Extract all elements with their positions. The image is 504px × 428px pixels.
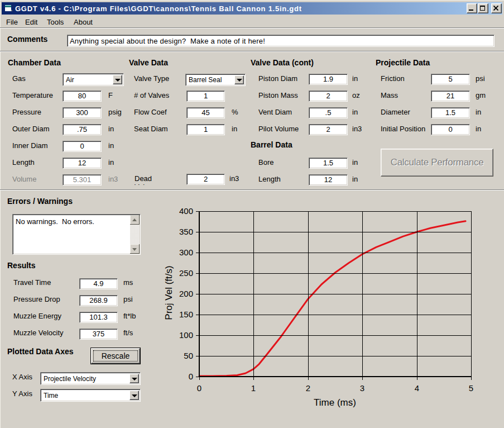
svg-text:0: 0 (197, 383, 201, 393)
svg-text:350: 350 (179, 227, 193, 236)
svg-text:50: 50 (184, 351, 193, 360)
svg-text:250: 250 (179, 268, 193, 278)
svg-text:0: 0 (189, 372, 193, 381)
svg-text:200: 200 (179, 289, 193, 298)
svg-text:4: 4 (415, 383, 419, 393)
svg-text:1: 1 (251, 383, 256, 393)
svg-text:2: 2 (306, 383, 310, 393)
svg-text:Time (ms): Time (ms) (314, 397, 356, 408)
svg-text:Proj Vel (ft/s): Proj Vel (ft/s) (164, 265, 174, 320)
svg-text:3: 3 (360, 383, 364, 393)
svg-text:400: 400 (179, 206, 193, 216)
svg-text:150: 150 (179, 310, 193, 319)
svg-text:5: 5 (469, 383, 473, 393)
svg-text:100: 100 (179, 330, 193, 340)
svg-text:300: 300 (179, 248, 193, 257)
